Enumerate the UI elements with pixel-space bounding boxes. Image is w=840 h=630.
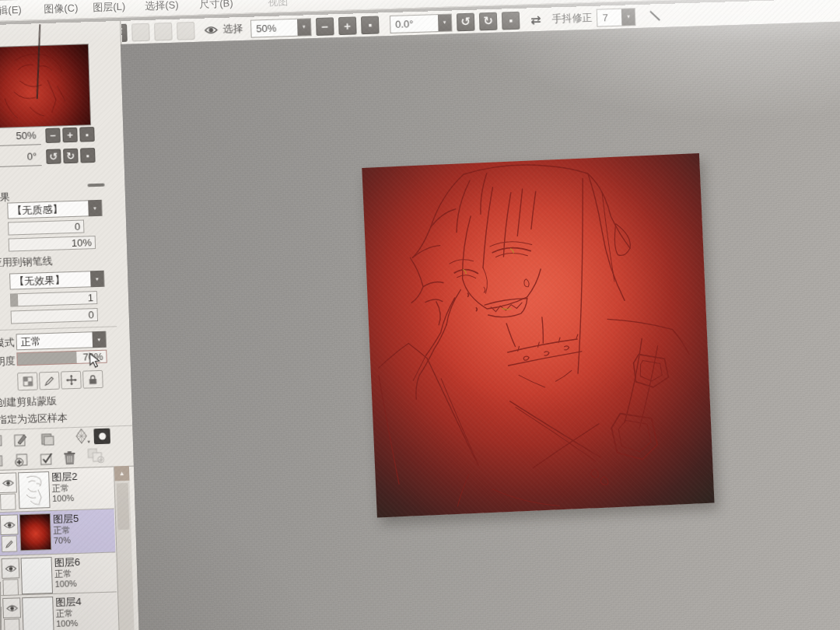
nav-rotate-reset-button[interactable]: ■ bbox=[80, 148, 96, 163]
zoom-out-button[interactable]: − bbox=[316, 17, 334, 36]
workspace bbox=[121, 20, 840, 630]
apply-layer-button[interactable] bbox=[37, 450, 56, 468]
group-layers-icon[interactable] bbox=[86, 447, 106, 465]
nav-zoom-out-button[interactable]: − bbox=[45, 128, 61, 143]
rotate-ccw-button[interactable]: ↺ bbox=[457, 12, 475, 31]
left-panel: 率 50% ▲ − + ■ 度 0° ▲ ↺ ↻ ■ bbox=[0, 21, 142, 630]
menu-select[interactable]: 选择(S) bbox=[145, 0, 179, 16]
angle-value: 0.0° bbox=[390, 17, 438, 30]
zoom-reset-button[interactable]: ■ bbox=[361, 16, 380, 34]
pen-paper-icon[interactable] bbox=[11, 431, 30, 449]
layer-opacity: 70% bbox=[54, 535, 71, 545]
rotate-cw-button[interactable]: ↻ bbox=[479, 12, 498, 30]
navigator-angle-row: 度 0° ▲ ↺ ↻ ■ bbox=[0, 148, 101, 169]
menu-layer[interactable]: 图层(L) bbox=[93, 0, 126, 18]
layer-row-selected[interactable]: 图层5 正常 70% bbox=[0, 509, 115, 556]
chevron-down-icon[interactable]: ▼ bbox=[90, 271, 104, 288]
clipping-mask-label[interactable]: 创建剪贴蒙版 bbox=[0, 394, 58, 410]
history-button-2[interactable] bbox=[154, 22, 173, 40]
chevron-down-icon[interactable]: ▼ bbox=[438, 14, 452, 31]
texture-scale-slider[interactable]: 0 bbox=[8, 220, 84, 236]
menu-view[interactable]: 视图 bbox=[268, 0, 289, 12]
menu-image[interactable]: 图像(C) bbox=[44, 0, 79, 19]
line-tool-icon[interactable] bbox=[648, 9, 663, 23]
visibility-toggle[interactable] bbox=[0, 472, 17, 493]
visibility-toggle[interactable] bbox=[2, 597, 21, 618]
history-button-1[interactable] bbox=[131, 23, 150, 41]
nav-zoom-in-button[interactable]: + bbox=[62, 128, 78, 143]
pencil-edit-button[interactable] bbox=[39, 372, 60, 390]
menu-edit[interactable]: 编辑(E) bbox=[0, 0, 22, 21]
texture-scale-value: 0 bbox=[75, 221, 81, 233]
effect-width-slider[interactable]: 1 bbox=[10, 291, 97, 307]
apply-to-pen-label[interactable]: 应用到钢笔线 bbox=[0, 254, 53, 270]
layer-opacity: 100% bbox=[54, 579, 77, 589]
layer-toolbox bbox=[0, 425, 134, 473]
effect-strength-slider[interactable]: 0 bbox=[11, 308, 98, 324]
nav-rotate-ccw-button[interactable]: ↺ bbox=[46, 149, 61, 164]
move-layer-button[interactable] bbox=[61, 371, 82, 390]
navigator-zoom-slider[interactable] bbox=[0, 144, 41, 146]
texture-select[interactable]: 【无质感】 ▼ bbox=[7, 200, 103, 219]
cutoff-icon[interactable] bbox=[0, 432, 5, 450]
layer-thumbnail bbox=[18, 471, 50, 509]
cutoff-icon[interactable] bbox=[0, 452, 6, 470]
layer-thumbnail bbox=[22, 597, 54, 630]
zoom-in-button[interactable]: + bbox=[338, 16, 357, 35]
effect-select[interactable]: 【无效果】 ▼ bbox=[9, 271, 105, 290]
layer-opacity: 100% bbox=[56, 618, 79, 628]
compass-tool-icon[interactable] bbox=[72, 427, 91, 445]
layer-row[interactable]: 图层4 正常 100% bbox=[1, 592, 118, 630]
scroll-up-button[interactable]: ▲ bbox=[114, 466, 130, 481]
chevron-down-icon[interactable]: ▼ bbox=[88, 200, 102, 217]
divider bbox=[0, 326, 117, 331]
flip-icon[interactable]: ⇄ bbox=[530, 12, 541, 26]
zoom-value: 50% bbox=[251, 21, 297, 34]
angle-combo[interactable]: 0.0° ▼ bbox=[390, 13, 453, 33]
zoom-combo[interactable]: 50% ▼ bbox=[250, 18, 312, 37]
active-paint-indicator[interactable] bbox=[2, 535, 18, 552]
navigator-preview[interactable] bbox=[0, 44, 91, 128]
layer-mask-button[interactable] bbox=[93, 429, 110, 445]
visibility-toggle[interactable] bbox=[0, 514, 19, 535]
navigator-zoom-row: 率 50% ▲ − + ■ bbox=[0, 127, 100, 148]
layer-opacity: 100% bbox=[52, 493, 75, 503]
texture-strength-value: 10% bbox=[72, 236, 93, 250]
layer-thumbnail bbox=[21, 557, 53, 594]
folder-icon[interactable] bbox=[37, 430, 57, 448]
layer-row[interactable]: 图层6 正常 100% bbox=[0, 552, 117, 596]
lock-layer-button[interactable] bbox=[82, 370, 103, 389]
selection-source-label[interactable]: 指定为选区样本 bbox=[0, 411, 68, 427]
stabilizer-label: 手抖修正 bbox=[551, 11, 593, 26]
nav-zoom-reset-button[interactable]: ■ bbox=[79, 127, 95, 142]
scrollbar-thumb[interactable] bbox=[117, 483, 130, 530]
selection-label: 选择 bbox=[222, 22, 243, 37]
layer-flag-box[interactable] bbox=[0, 493, 16, 510]
rotate-reset-button[interactable]: ■ bbox=[502, 11, 520, 30]
layer-flag-box[interactable] bbox=[2, 579, 19, 596]
blend-mode-select[interactable]: 正常 ▼ bbox=[16, 331, 107, 351]
panel-resize-handle[interactable] bbox=[87, 184, 104, 187]
texture-strength-slider[interactable]: 10% bbox=[9, 236, 96, 252]
drawing-canvas[interactable] bbox=[362, 153, 714, 518]
selection-eye-icon bbox=[204, 24, 218, 35]
navigator-angle-slider[interactable] bbox=[0, 165, 42, 167]
layer-flag-box[interactable] bbox=[4, 618, 20, 630]
menu-size[interactable]: 尺寸(B) bbox=[199, 0, 233, 15]
chevron-down-icon[interactable]: ▼ bbox=[92, 331, 106, 348]
layer-row[interactable]: 图层2 正常 100% bbox=[0, 467, 114, 513]
new-layer-button[interactable] bbox=[12, 451, 31, 469]
delete-layer-button[interactable] bbox=[60, 450, 79, 467]
nav-rotate-cw-button[interactable]: ↻ bbox=[63, 149, 79, 164]
layer-thumbnail bbox=[19, 513, 51, 551]
dissolve-checker-button[interactable] bbox=[17, 372, 38, 390]
effect-strength-value: 0 bbox=[88, 309, 94, 321]
visibility-toggle[interactable] bbox=[2, 558, 20, 579]
history-button-3[interactable] bbox=[177, 21, 195, 40]
chevron-down-icon[interactable]: ▼ bbox=[621, 9, 635, 26]
layer-opacity-label: 明度 bbox=[0, 354, 16, 369]
stabilizer-value: 7 bbox=[597, 11, 621, 23]
chevron-down-icon[interactable]: ▼ bbox=[297, 19, 311, 36]
effect-width-value: 1 bbox=[88, 292, 94, 304]
stabilizer-combo[interactable]: 7 ▼ bbox=[597, 8, 636, 27]
